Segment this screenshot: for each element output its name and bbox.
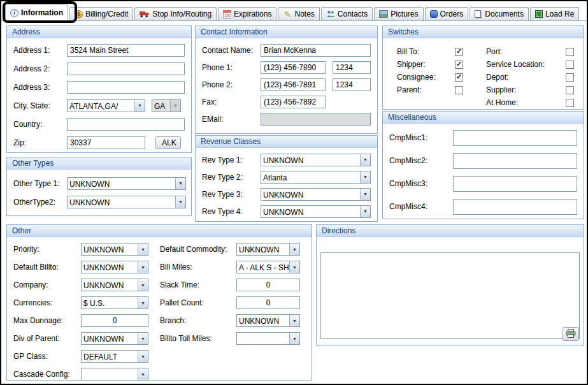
chevron-down-icon[interactable]: ▼ <box>134 100 145 112</box>
rev-type1-combo[interactable]: UNKNOWN ▼ <box>261 154 371 166</box>
print-directions-button[interactable] <box>563 327 579 341</box>
branch-value: UNKNOWN <box>237 315 289 326</box>
phone2-input[interactable] <box>261 78 326 91</box>
group-switches: Switches Bill To: Shipper: Consignee: Pa… <box>382 25 584 110</box>
div-of-parent-combo[interactable]: UNKNOWN ▼ <box>81 332 148 345</box>
bill-miles-combo[interactable]: A - ALK S - SHO ▼ <box>236 261 300 273</box>
slack-time-input[interactable] <box>236 279 300 291</box>
tab-stop-info-routing[interactable]: Stop Info/Routing <box>134 7 217 20</box>
zip-input[interactable] <box>67 136 145 149</box>
branch-combo[interactable]: UNKNOWN ▼ <box>236 314 300 327</box>
tab-billing-credit[interactable]: $ Billing/Credit <box>69 7 133 20</box>
chevron-down-icon[interactable]: ▼ <box>138 243 148 255</box>
alk-button[interactable]: ALK <box>155 136 181 149</box>
contact-name-input[interactable] <box>261 44 371 57</box>
tab-contacts[interactable]: Contacts <box>321 7 373 20</box>
port-checkbox[interactable] <box>566 48 574 56</box>
consignee-checkbox[interactable] <box>455 73 463 82</box>
billto-toll-miles-label: Billto Toll Miles: <box>160 334 236 343</box>
tab-information[interactable]: i Information <box>5 4 68 20</box>
cascade-config-value <box>82 368 138 380</box>
group-directions: Directions <box>316 224 584 345</box>
tab-pictures[interactable]: Pictures <box>374 7 423 20</box>
other-type1-combo[interactable]: UNKNOWN ▼ <box>67 177 186 190</box>
chevron-down-icon[interactable]: ▼ <box>175 196 185 208</box>
tab-load-requirements[interactable]: Load Re <box>530 7 579 20</box>
consignee-switch-label: Consignee: <box>397 73 436 82</box>
orders-icon <box>430 10 438 18</box>
chevron-down-icon[interactable]: ▼ <box>360 206 370 217</box>
pallet-count-input[interactable] <box>236 296 300 309</box>
phone2-ext-input[interactable] <box>333 78 371 91</box>
company-value: UNKNOWN <box>82 279 138 291</box>
priority-combo[interactable]: UNKNOWN ▼ <box>81 243 148 256</box>
cmpmisc1-label: CmpMisc1: <box>389 133 453 142</box>
address3-label: Address 3: <box>13 83 67 92</box>
shipper-checkbox[interactable] <box>455 61 463 69</box>
city-state-combo[interactable]: ATLANTA,GA/ ▼ <box>67 99 145 112</box>
other-type2-combo[interactable]: UNKNOWN ▼ <box>67 196 186 208</box>
cmpmisc2-input[interactable] <box>453 153 577 169</box>
parent-switch-label: Parent: <box>397 85 422 94</box>
rev-type2-combo[interactable]: Atlanta ▼ <box>261 171 371 184</box>
supplier-checkbox[interactable] <box>566 86 574 94</box>
cmpmisc2-label: CmpMisc2: <box>389 156 453 165</box>
default-commodity-combo[interactable]: UNKNOWN ▼ <box>236 243 300 256</box>
cmpmisc4-label: CmpMisc4: <box>389 202 453 211</box>
rev-type3-combo[interactable]: UNKNOWN ▼ <box>261 188 371 201</box>
calendar-icon: 13 <box>223 10 231 18</box>
chevron-down-icon[interactable]: ▼ <box>138 279 148 291</box>
chevron-down-icon[interactable]: ▼ <box>289 261 299 273</box>
cascade-config-combo[interactable]: ▼ <box>81 368 148 381</box>
other-type1-label: Other Type 1: <box>13 179 67 188</box>
state-combo[interactable]: GA ▼ <box>152 99 181 112</box>
cmpmisc3-input[interactable] <box>453 176 577 192</box>
gp-class-combo[interactable]: DEFAULT ▼ <box>81 350 148 363</box>
tab-label: Documents <box>485 10 524 18</box>
chevron-down-icon[interactable]: ▼ <box>289 333 299 344</box>
phone1-ext-input[interactable] <box>333 61 371 74</box>
chevron-down-icon[interactable]: ▼ <box>175 178 185 189</box>
parent-checkbox[interactable] <box>455 86 463 94</box>
tab-orders[interactable]: Orders <box>425 7 469 20</box>
address2-input[interactable] <box>67 62 185 75</box>
max-dunnage-label: Max Dunnage: <box>13 316 81 325</box>
chevron-down-icon[interactable]: ▼ <box>138 261 148 273</box>
tab-notes[interactable]: ✎ Notes <box>278 7 319 20</box>
currencies-combo[interactable]: $ U.S. ▼ <box>81 296 148 309</box>
chevron-down-icon[interactable]: ▼ <box>138 297 148 309</box>
max-dunnage-input[interactable] <box>81 314 148 327</box>
group-directions-header: Directions <box>317 225 584 237</box>
fax-input[interactable] <box>261 96 326 108</box>
depot-checkbox[interactable] <box>566 73 574 82</box>
cmpmisc4-input[interactable] <box>453 199 577 215</box>
service-location-checkbox[interactable] <box>566 61 574 69</box>
address1-input[interactable] <box>67 44 185 57</box>
billto-toll-miles-combo[interactable]: ▼ <box>236 332 300 345</box>
chevron-down-icon[interactable]: ▼ <box>138 368 148 380</box>
chevron-down-icon[interactable]: ▼ <box>170 100 180 112</box>
tab-label: Pictures <box>391 10 418 18</box>
country-input[interactable] <box>67 118 185 131</box>
cmpmisc1-input[interactable] <box>453 130 577 146</box>
chevron-down-icon[interactable]: ▼ <box>360 189 370 200</box>
chevron-down-icon[interactable]: ▼ <box>138 351 148 362</box>
slack-time-label: Slack Time: <box>160 280 236 289</box>
at-home-checkbox[interactable] <box>566 99 574 107</box>
chevron-down-icon[interactable]: ▼ <box>289 315 299 326</box>
div-of-parent-value: UNKNOWN <box>82 333 138 344</box>
tab-expirations[interactable]: 13 Expirations <box>218 7 276 20</box>
tab-documents[interactable]: Documents <box>470 7 529 20</box>
tab-label: Billing/Credit <box>85 10 128 18</box>
billto-checkbox[interactable] <box>455 48 463 56</box>
address3-input[interactable] <box>67 81 185 94</box>
chevron-down-icon[interactable]: ▼ <box>360 154 370 166</box>
chevron-down-icon[interactable]: ▼ <box>138 333 148 344</box>
rev-type4-combo[interactable]: UNKNOWN ▼ <box>261 205 371 218</box>
chevron-down-icon[interactable]: ▼ <box>289 243 299 255</box>
company-combo[interactable]: UNKNOWN ▼ <box>81 279 148 291</box>
directions-textarea[interactable] <box>320 252 580 339</box>
phone1-input[interactable] <box>261 61 326 74</box>
chevron-down-icon[interactable]: ▼ <box>360 171 370 183</box>
default-billto-combo[interactable]: UNKNOWN ▼ <box>81 261 148 273</box>
